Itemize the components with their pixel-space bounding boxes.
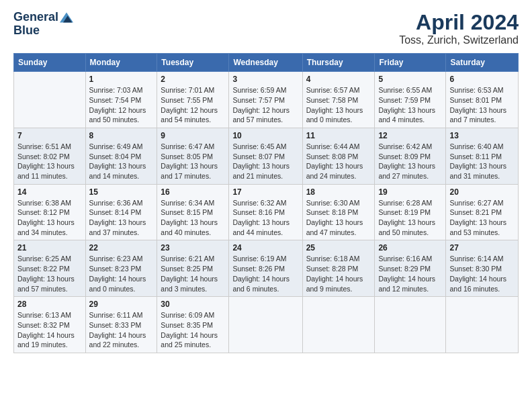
day-info: Sunrise: 6:11 AM Sunset: 8:33 PM Dayligh… (89, 310, 154, 350)
calendar-cell: 25Sunrise: 6:18 AM Sunset: 8:28 PM Dayli… (302, 240, 375, 297)
calendar-cell (14, 72, 86, 128)
calendar-day-header: Monday (85, 54, 157, 72)
logo-text-line2: Blue (13, 24, 73, 38)
calendar-cell: 10Sunrise: 6:45 AM Sunset: 8:07 PM Dayli… (229, 128, 302, 184)
calendar-cell: 20Sunrise: 6:27 AM Sunset: 8:21 PM Dayli… (446, 184, 519, 240)
calendar-day-header: Friday (375, 54, 446, 72)
day-info: Sunrise: 6:59 AM Sunset: 7:57 PM Dayligh… (232, 85, 298, 125)
day-info: Sunrise: 6:14 AM Sunset: 8:30 PM Dayligh… (449, 254, 515, 293)
calendar-cell: 4Sunrise: 6:57 AM Sunset: 7:58 PM Daylig… (302, 72, 375, 128)
day-info: Sunrise: 6:09 AM Sunset: 8:35 PM Dayligh… (161, 310, 225, 350)
day-number: 25 (306, 243, 371, 253)
calendar-cell: 21Sunrise: 6:25 AM Sunset: 8:22 PM Dayli… (14, 240, 86, 297)
day-info: Sunrise: 6:32 AM Sunset: 8:16 PM Dayligh… (232, 198, 298, 238)
header: General Blue April 2024 Toss, Zurich, Sw… (13, 11, 519, 46)
day-number: 28 (17, 300, 82, 309)
calendar-day-header: Thursday (302, 54, 375, 72)
calendar-week-row: 28Sunrise: 6:13 AM Sunset: 8:32 PM Dayli… (14, 297, 519, 353)
page: General Blue April 2024 Toss, Zurich, Sw… (0, 0, 532, 411)
day-info: Sunrise: 6:55 AM Sunset: 7:59 PM Dayligh… (378, 85, 442, 125)
calendar-day-header: Wednesday (229, 54, 302, 72)
day-number: 30 (161, 300, 225, 309)
day-number: 11 (306, 131, 371, 140)
day-info: Sunrise: 6:27 AM Sunset: 8:21 PM Dayligh… (449, 198, 515, 238)
calendar-week-row: 7Sunrise: 6:51 AM Sunset: 8:02 PM Daylig… (14, 128, 519, 184)
calendar-cell: 26Sunrise: 6:16 AM Sunset: 8:29 PM Dayli… (375, 240, 446, 297)
day-number: 13 (449, 131, 515, 140)
day-info: Sunrise: 6:51 AM Sunset: 8:02 PM Dayligh… (17, 142, 82, 181)
day-info: Sunrise: 6:44 AM Sunset: 8:08 PM Dayligh… (306, 142, 371, 181)
day-info: Sunrise: 6:36 AM Sunset: 8:14 PM Dayligh… (89, 198, 154, 238)
calendar-cell: 22Sunrise: 6:23 AM Sunset: 8:23 PM Dayli… (85, 240, 157, 297)
day-info: Sunrise: 6:57 AM Sunset: 7:58 PM Dayligh… (306, 85, 371, 125)
logo: General Blue (13, 11, 73, 38)
subtitle: Toss, Zurich, Switzerland (399, 34, 519, 46)
day-info: Sunrise: 6:38 AM Sunset: 8:12 PM Dayligh… (17, 198, 82, 238)
day-number: 8 (89, 131, 154, 140)
day-number: 7 (17, 131, 82, 140)
calendar-table: SundayMondayTuesdayWednesdayThursdayFrid… (13, 53, 519, 353)
day-info: Sunrise: 6:25 AM Sunset: 8:22 PM Dayligh… (17, 254, 82, 293)
day-info: Sunrise: 6:30 AM Sunset: 8:18 PM Dayligh… (306, 198, 371, 238)
calendar-header-row: SundayMondayTuesdayWednesdayThursdayFrid… (14, 54, 519, 72)
calendar-cell: 6Sunrise: 6:53 AM Sunset: 8:01 PM Daylig… (446, 72, 519, 128)
day-number: 16 (161, 187, 225, 197)
day-info: Sunrise: 6:23 AM Sunset: 8:23 PM Dayligh… (89, 254, 154, 293)
calendar-cell: 11Sunrise: 6:44 AM Sunset: 8:08 PM Dayli… (302, 128, 375, 184)
calendar-cell: 7Sunrise: 6:51 AM Sunset: 8:02 PM Daylig… (14, 128, 86, 184)
day-info: Sunrise: 6:19 AM Sunset: 8:26 PM Dayligh… (232, 254, 298, 293)
day-info: Sunrise: 6:21 AM Sunset: 8:25 PM Dayligh… (161, 254, 225, 293)
day-info: Sunrise: 6:49 AM Sunset: 8:04 PM Dayligh… (89, 142, 154, 181)
calendar-cell: 30Sunrise: 6:09 AM Sunset: 8:35 PM Dayli… (157, 297, 229, 353)
calendar-cell: 18Sunrise: 6:30 AM Sunset: 8:18 PM Dayli… (302, 184, 375, 240)
day-info: Sunrise: 6:45 AM Sunset: 8:07 PM Dayligh… (232, 142, 298, 181)
calendar-cell (446, 297, 519, 353)
day-info: Sunrise: 6:13 AM Sunset: 8:32 PM Dayligh… (17, 310, 82, 350)
calendar-cell: 28Sunrise: 6:13 AM Sunset: 8:32 PM Dayli… (14, 297, 86, 353)
calendar-week-row: 14Sunrise: 6:38 AM Sunset: 8:12 PM Dayli… (14, 184, 519, 240)
calendar-cell: 23Sunrise: 6:21 AM Sunset: 8:25 PM Dayli… (157, 240, 229, 297)
calendar-cell: 14Sunrise: 6:38 AM Sunset: 8:12 PM Dayli… (14, 184, 86, 240)
day-number: 23 (161, 243, 225, 253)
day-number: 10 (232, 131, 298, 140)
calendar-cell: 29Sunrise: 6:11 AM Sunset: 8:33 PM Dayli… (85, 297, 157, 353)
main-title: April 2024 (399, 11, 519, 34)
day-info: Sunrise: 6:34 AM Sunset: 8:15 PM Dayligh… (161, 198, 225, 238)
day-number: 24 (232, 243, 298, 253)
day-number: 29 (89, 300, 154, 309)
calendar-cell: 5Sunrise: 6:55 AM Sunset: 7:59 PM Daylig… (375, 72, 446, 128)
day-number: 22 (89, 243, 154, 253)
day-info: Sunrise: 6:40 AM Sunset: 8:11 PM Dayligh… (449, 142, 515, 181)
day-info: Sunrise: 6:28 AM Sunset: 8:19 PM Dayligh… (378, 198, 442, 238)
calendar-cell: 9Sunrise: 6:47 AM Sunset: 8:05 PM Daylig… (157, 128, 229, 184)
calendar-cell: 3Sunrise: 6:59 AM Sunset: 7:57 PM Daylig… (229, 72, 302, 128)
day-info: Sunrise: 7:03 AM Sunset: 7:54 PM Dayligh… (89, 85, 154, 125)
calendar-cell (375, 297, 446, 353)
calendar-cell: 1Sunrise: 7:03 AM Sunset: 7:54 PM Daylig… (85, 72, 157, 128)
day-number: 1 (89, 75, 154, 84)
title-block: April 2024 Toss, Zurich, Switzerland (399, 11, 519, 46)
logo-text-line1: General (13, 11, 58, 24)
calendar-cell: 12Sunrise: 6:42 AM Sunset: 8:09 PM Dayli… (375, 128, 446, 184)
day-number: 14 (17, 187, 82, 197)
calendar-cell: 16Sunrise: 6:34 AM Sunset: 8:15 PM Dayli… (157, 184, 229, 240)
calendar-cell: 15Sunrise: 6:36 AM Sunset: 8:14 PM Dayli… (85, 184, 157, 240)
day-number: 4 (306, 75, 371, 84)
day-info: Sunrise: 7:01 AM Sunset: 7:55 PM Dayligh… (161, 85, 225, 125)
day-number: 21 (17, 243, 82, 253)
calendar-week-row: 1Sunrise: 7:03 AM Sunset: 7:54 PM Daylig… (14, 72, 519, 128)
calendar-cell: 27Sunrise: 6:14 AM Sunset: 8:30 PM Dayli… (446, 240, 519, 297)
calendar-cell: 8Sunrise: 6:49 AM Sunset: 8:04 PM Daylig… (85, 128, 157, 184)
day-info: Sunrise: 6:47 AM Sunset: 8:05 PM Dayligh… (161, 142, 225, 181)
day-info: Sunrise: 6:18 AM Sunset: 8:28 PM Dayligh… (306, 254, 371, 293)
calendar-cell: 19Sunrise: 6:28 AM Sunset: 8:19 PM Dayli… (375, 184, 446, 240)
day-number: 6 (449, 75, 515, 84)
calendar-day-header: Saturday (446, 54, 519, 72)
calendar-day-header: Tuesday (157, 54, 229, 72)
day-number: 15 (89, 187, 154, 197)
calendar-day-header: Sunday (14, 54, 86, 72)
day-number: 9 (161, 131, 225, 140)
logo-icon (60, 11, 73, 24)
calendar-cell (229, 297, 302, 353)
calendar-cell: 17Sunrise: 6:32 AM Sunset: 8:16 PM Dayli… (229, 184, 302, 240)
